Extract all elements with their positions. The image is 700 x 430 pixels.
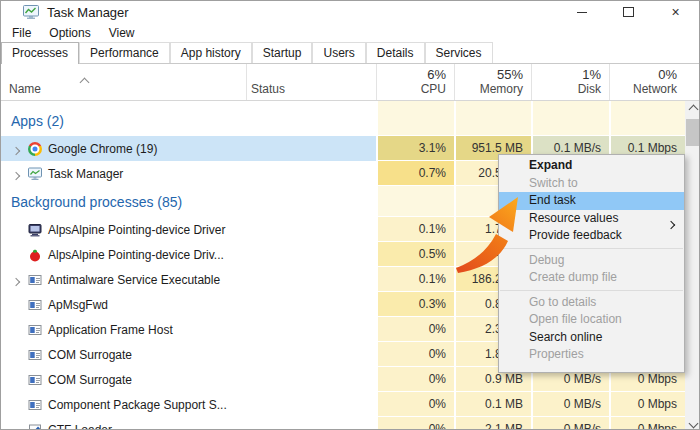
menu-bar: FileOptionsView: [1, 23, 699, 43]
cpu-cell: 0.3%: [376, 292, 454, 317]
column-network[interactable]: 0%Network: [609, 64, 685, 100]
memory-column-label: Memory: [480, 82, 523, 96]
group-label: Background processes (85): [11, 194, 182, 210]
cpu-cell: 0%: [376, 317, 454, 342]
menu-item-go-to-details: Go to details: [499, 294, 684, 312]
tab-users[interactable]: Users: [312, 42, 365, 63]
column-disk[interactable]: 1%Disk: [531, 64, 609, 100]
column-divider: [454, 64, 455, 100]
menu-item-end-task[interactable]: End task: [499, 192, 684, 210]
process-name: COM Surrogate: [48, 373, 132, 387]
expander-chevron-icon[interactable]: [13, 140, 19, 158]
disk-cell: 0 MB/s: [531, 392, 609, 417]
menubar-item-file[interactable]: File: [3, 26, 40, 40]
chevron-down-icon: [688, 418, 698, 428]
window-title: Task Manager: [47, 5, 129, 20]
scrollbar-thumb[interactable]: [686, 119, 700, 146]
process-name: Component Package Support S...: [48, 398, 227, 412]
column-status[interactable]: Status: [251, 82, 285, 96]
close-button[interactable]: ×: [652, 1, 699, 23]
tab-services[interactable]: Services: [425, 42, 493, 63]
tab-processes[interactable]: Processes: [1, 42, 79, 64]
cpu-cell: [376, 186, 454, 217]
context-menu: ExpandSwitch toEnd taskResource valuesPr…: [498, 154, 685, 373]
tab-details[interactable]: Details: [366, 42, 425, 63]
mem-cell: 2.1 MB: [454, 417, 531, 430]
group-row[interactable]: Apps (2): [1, 101, 685, 136]
cpu-cell: 0.7%: [376, 161, 454, 186]
menu-item-debug: Debug: [499, 252, 684, 270]
chevron-up-icon: [688, 104, 698, 114]
process-name: ApMsgFwd: [48, 298, 108, 312]
disk-cell: 0 MB/s: [531, 417, 609, 430]
cpu-cell: 0%: [376, 342, 454, 367]
column-name[interactable]: Name: [9, 82, 41, 96]
cpu-cell: 0.1%: [376, 267, 454, 292]
cpu-cell: 0%: [376, 367, 454, 392]
net-cell: [609, 101, 685, 136]
tab-performance[interactable]: Performance: [79, 42, 170, 63]
process-name: AlpsAlpine Pointing-device Driver: [48, 223, 225, 237]
window-icon: [28, 348, 42, 362]
mem-cell: [454, 101, 531, 136]
taskmgr-icon: [28, 167, 42, 181]
menu-separator: [500, 290, 683, 291]
minimize-icon: [577, 12, 587, 13]
scroll-up-button[interactable]: [685, 101, 700, 117]
minimize-button[interactable]: [558, 1, 605, 23]
tab-startup[interactable]: Startup: [252, 42, 313, 63]
column-cpu[interactable]: 6%CPU: [376, 64, 454, 100]
pointing-device-icon: [28, 248, 42, 262]
process-row[interactable]: Component Package Support S...0%0.1 MB0 …: [1, 392, 685, 417]
column-divider: [531, 64, 532, 100]
expander-chevron-icon[interactable]: [13, 271, 19, 289]
expander-chevron-icon[interactable]: [13, 165, 19, 183]
group-label: Apps (2): [11, 113, 64, 129]
process-name: Task Manager: [48, 167, 123, 181]
vertical-scrollbar[interactable]: [685, 101, 700, 430]
process-name: Antimalware Service Executable: [48, 273, 220, 287]
tab-bar: ProcessesPerformanceApp historyStartupUs…: [1, 43, 699, 64]
menubar-item-view[interactable]: View: [100, 26, 144, 40]
network-column-label: Network: [633, 82, 677, 96]
cpu-cell: 0.5%: [376, 242, 454, 267]
window-icon: [28, 373, 42, 387]
mem-cell: 0.1 MB: [454, 392, 531, 417]
window-controls: ×: [558, 1, 699, 23]
tab-app-history[interactable]: App history: [170, 42, 252, 63]
window-icon: [28, 323, 42, 337]
maximize-icon: [623, 7, 634, 17]
title-bar: Task Manager ×: [1, 1, 699, 23]
menu-item-create-dump-file: Create dump file: [499, 269, 684, 287]
process-name: Google Chrome (19): [48, 142, 157, 156]
menu-separator: [500, 248, 683, 249]
cpu-cell: [376, 101, 454, 136]
column-header: Name Status 6%CPU55%Memory1%Disk0%Networ…: [1, 64, 699, 101]
window-icon: [28, 398, 42, 412]
network-total-percent: 0%: [658, 67, 677, 82]
maximize-button[interactable]: [605, 1, 652, 23]
column-divider: [376, 64, 377, 100]
task-manager-window: Task Manager × FileOptionsView Processes…: [0, 0, 700, 430]
task-manager-app-icon: [23, 5, 39, 19]
close-icon: ×: [671, 5, 679, 19]
menubar-item-options[interactable]: Options: [40, 26, 99, 40]
cpu-cell: 3.1%: [376, 136, 454, 161]
cpu-cell: 0.1%: [376, 217, 454, 242]
cpu-cell: 0%: [376, 392, 454, 417]
menu-item-properties: Properties: [499, 346, 684, 364]
net-cell: 0 Mbps: [609, 392, 685, 417]
scroll-down-button[interactable]: [685, 415, 700, 430]
cpu-total-percent: 6%: [427, 67, 446, 82]
menu-item-expand[interactable]: Expand: [499, 157, 684, 175]
net-cell: 0 Mbps: [609, 417, 685, 430]
menu-item-resource-values[interactable]: Resource values: [499, 210, 684, 228]
window-icon: [28, 273, 42, 287]
menu-item-open-file-location: Open file location: [499, 311, 684, 329]
column-memory[interactable]: 55%Memory: [454, 64, 531, 100]
menu-item-search-online[interactable]: Search online: [499, 329, 684, 347]
process-name: CTF Loader: [48, 423, 112, 430]
process-row[interactable]: CTF Loader0%2.1 MB0 MB/s0 Mbps: [1, 417, 685, 430]
cpu-cell: 0%: [376, 417, 454, 430]
menu-item-provide-feedback[interactable]: Provide feedback: [499, 227, 684, 245]
